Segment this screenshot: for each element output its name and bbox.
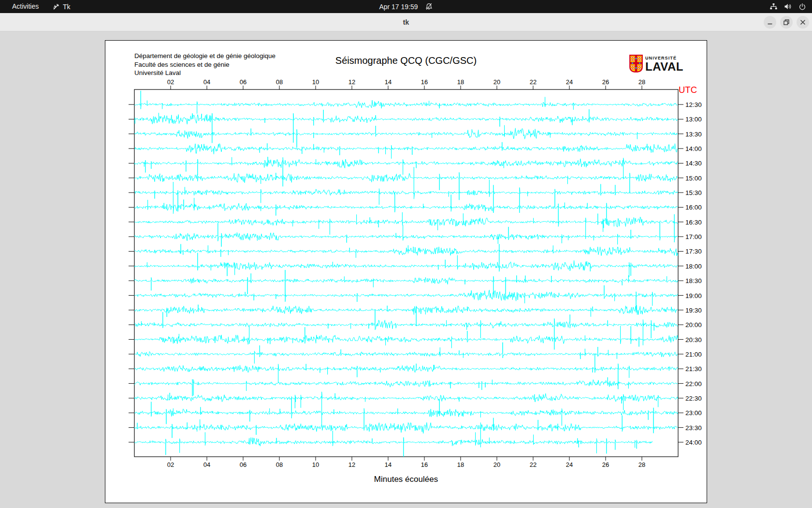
seismogram-trace	[134, 326, 678, 348]
x-tick-label-top: 18	[457, 78, 464, 86]
gnome-top-bar: Activities Tk Apr 17 19:59	[0, 0, 812, 13]
x-tick-label-bottom: 10	[312, 461, 319, 468]
x-tick-label-bottom: 04	[203, 461, 210, 468]
trace-time-label: 21:00	[685, 351, 702, 358]
institution-line-3: Université Laval	[134, 69, 276, 77]
chart-title: Séismographe QCQ (CGC/GSC)	[105, 55, 707, 66]
trace-time-label: 21:30	[685, 365, 702, 373]
plot-frame	[134, 90, 678, 457]
close-button[interactable]	[797, 16, 809, 29]
app-menu-label: Tk	[63, 3, 71, 11]
x-tick-label-bottom: 26	[602, 461, 609, 468]
trace-time-label: 18:30	[685, 277, 702, 284]
x-tick-label-bottom: 02	[167, 461, 174, 468]
seismogram-trace	[134, 244, 678, 258]
seismogram-trace	[134, 167, 678, 213]
trace-time-label: 12:30	[685, 101, 702, 108]
power-icon	[798, 3, 806, 11]
x-tick-label-bottom: 06	[240, 461, 246, 468]
seismogram-trace	[134, 343, 678, 364]
logo-text-laval: LAVAL	[645, 61, 683, 73]
volume-icon	[784, 3, 792, 10]
seismogram-trace	[134, 182, 678, 224]
trace-time-label: 22:00	[685, 380, 702, 388]
x-tick-label-bottom: 18	[457, 461, 464, 468]
x-tick-label-bottom: 16	[421, 461, 428, 468]
x-tick-label-top: 16	[421, 78, 428, 86]
trace-time-label: 16:00	[685, 204, 702, 211]
x-tick-label-top: 22	[530, 78, 536, 86]
seismogram-trace	[134, 305, 678, 326]
seismograph-canvas: 0202040406060808101012121414161618182020…	[105, 40, 707, 503]
seismogram-trace	[134, 142, 678, 159]
x-tick-label-top: 08	[276, 78, 283, 86]
seismogram-trace	[134, 109, 678, 143]
seismogram-trace	[134, 91, 678, 114]
trace-time-label: 13:00	[685, 116, 702, 123]
x-axis-title: Minutes écoulées	[105, 475, 707, 484]
trace-time-label: 17:00	[685, 233, 702, 240]
x-tick-label-top: 26	[602, 78, 609, 86]
seismogram-trace	[134, 392, 678, 424]
x-tick-label-top: 24	[566, 78, 573, 86]
network-wired-icon	[769, 3, 778, 10]
x-tick-label-top: 02	[167, 78, 174, 86]
window-titlebar[interactable]: tk	[0, 13, 812, 31]
window-title: tk	[0, 13, 812, 31]
x-tick-label-bottom: 12	[348, 461, 355, 468]
x-tick-label-bottom: 14	[385, 461, 392, 468]
x-tick-label-top: 20	[493, 78, 500, 86]
trace-time-label: 14:30	[685, 160, 702, 167]
trace-time-label: 18:00	[685, 263, 702, 270]
seismogram-trace	[134, 270, 678, 310]
system-status-area[interactable]	[769, 0, 806, 13]
maximize-button[interactable]	[780, 16, 793, 29]
minimize-button[interactable]	[764, 16, 776, 29]
trace-time-label: 22:30	[685, 395, 702, 402]
x-tick-label-bottom: 22	[530, 461, 536, 468]
trace-time-label: 13:30	[685, 131, 702, 138]
seismogram-trace	[134, 157, 678, 186]
clock[interactable]: Apr 17 19:59	[379, 3, 418, 11]
x-tick-label-bottom: 20	[493, 461, 500, 468]
x-tick-label-top: 06	[240, 78, 246, 86]
trace-time-label: 19:00	[685, 292, 702, 299]
x-tick-label-bottom: 24	[566, 461, 573, 468]
universite-laval-crest-icon	[629, 55, 643, 73]
trace-time-label: 20:30	[685, 336, 702, 344]
trace-time-label: 19:30	[685, 307, 702, 314]
trace-time-label: 20:00	[685, 321, 702, 329]
x-tick-label-top: 28	[638, 78, 645, 86]
seismogram-trace	[134, 172, 678, 200]
app-menu[interactable]: Tk	[52, 0, 71, 13]
tk-app-icon	[52, 3, 60, 11]
seismogram-trace	[134, 377, 678, 396]
trace-time-label: 23:00	[685, 409, 702, 417]
seismogram-trace	[134, 273, 678, 295]
x-tick-label-top: 14	[385, 78, 392, 86]
activities-button[interactable]: Activities	[9, 0, 42, 13]
seismogram-trace	[134, 125, 678, 148]
trace-time-label: 23:30	[685, 424, 702, 432]
helicorder-chart: 0202040406060808101012121414161618182020…	[105, 41, 707, 503]
seismogram-trace	[134, 204, 678, 239]
x-tick-label-top: 12	[348, 78, 355, 86]
universite-laval-logo: UNIVERSITÉ LAVAL	[629, 55, 683, 73]
trace-time-label: 15:00	[685, 175, 702, 182]
trace-time-label: 14:00	[685, 145, 702, 152]
x-tick-label-top: 10	[312, 78, 319, 86]
seismogram-trace	[134, 310, 678, 350]
trace-time-label: 16:30	[685, 219, 702, 226]
trace-time-label: 15:30	[685, 189, 702, 196]
trace-time-label: 17:30	[685, 248, 702, 255]
x-tick-label-bottom: 28	[638, 461, 645, 468]
notifications-muted-icon[interactable]	[425, 2, 433, 11]
x-tick-label-bottom: 08	[276, 461, 283, 468]
seismogram-trace	[134, 354, 678, 389]
trace-time-label: 24:00	[685, 439, 702, 446]
x-tick-label-top: 04	[203, 78, 210, 86]
utc-axis-label: UTC	[679, 85, 697, 95]
seismogram-trace	[134, 214, 678, 247]
